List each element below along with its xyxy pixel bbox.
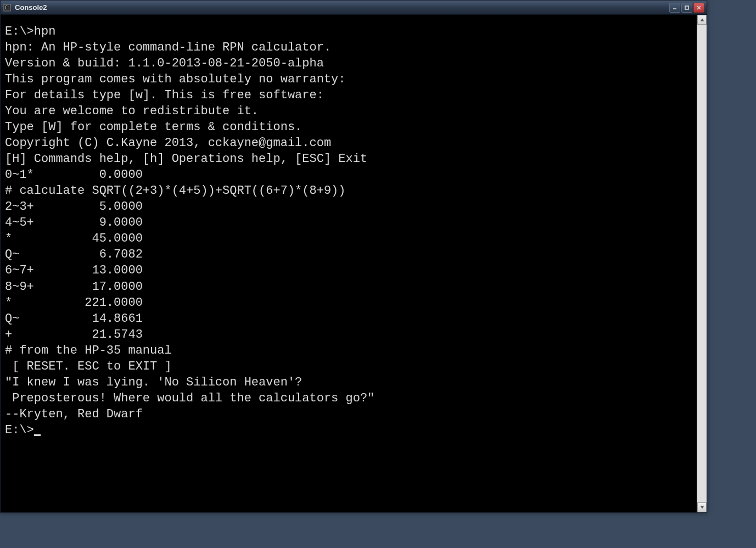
terminal-line: 4~5+ 9.0000 bbox=[5, 215, 692, 231]
svg-rect-3 bbox=[685, 6, 688, 9]
terminal-line: E:\> bbox=[5, 422, 692, 438]
terminal-line: This program comes with absolutely no wa… bbox=[5, 71, 692, 87]
cursor bbox=[34, 434, 41, 436]
terminal-content[interactable]: E:\>hpnhpn: An HP-style command-line RPN… bbox=[1, 15, 697, 512]
terminal-line: 2~3+ 5.0000 bbox=[5, 199, 692, 215]
terminal-line: * 45.0000 bbox=[5, 231, 692, 247]
terminal-line: "I knew I was lying. 'No Silicon Heaven'… bbox=[5, 374, 692, 390]
terminal-line: Copyright (C) C.Kayne 2013, cckayne@gmai… bbox=[5, 135, 692, 151]
terminal-line: Type [W] for complete terms & conditions… bbox=[5, 119, 692, 135]
terminal-line: E:\>hpn bbox=[5, 24, 692, 40]
terminal-line: [ RESET. ESC to EXIT ] bbox=[5, 359, 692, 374]
maximize-button[interactable] bbox=[681, 3, 692, 13]
terminal-line: 0~1* 0.0000 bbox=[5, 167, 692, 183]
terminal-line: # calculate SQRT((2+3)*(4+5))+SQRT((6+7)… bbox=[5, 183, 692, 199]
terminal-line: Q~ 14.8661 bbox=[5, 311, 692, 327]
terminal-line: --Kryten, Red Dwarf bbox=[5, 406, 692, 422]
terminal-line: [H] Commands help, [h] Operations help, … bbox=[5, 151, 692, 167]
terminal-line: For details type [w]. This is free softw… bbox=[5, 87, 692, 103]
terminal-line: Preposterous! Where would all the calcul… bbox=[5, 390, 692, 406]
scroll-track[interactable] bbox=[697, 25, 707, 502]
terminal-area: E:\>hpnhpn: An HP-style command-line RPN… bbox=[1, 15, 707, 512]
window-title: Console2 bbox=[15, 3, 669, 12]
scroll-up-button[interactable] bbox=[697, 15, 707, 25]
console-window: C: Console2 E:\>hpnhpn: An HP-style comm… bbox=[0, 0, 707, 513]
terminal-line: + 21.5743 bbox=[5, 327, 692, 343]
terminal-line: Q~ 6.7082 bbox=[5, 247, 692, 262]
terminal-line: hpn: An HP-style command-line RPN calcul… bbox=[5, 40, 692, 55]
scroll-down-button[interactable] bbox=[697, 502, 707, 512]
app-icon: C: bbox=[3, 3, 12, 12]
svg-marker-6 bbox=[700, 19, 703, 21]
terminal-line: * 221.0000 bbox=[5, 295, 692, 311]
vertical-scrollbar[interactable] bbox=[697, 15, 707, 512]
terminal-line: Version & build: 1.1.0-2013-08-21-2050-a… bbox=[5, 55, 692, 71]
svg-text:C:: C: bbox=[5, 5, 10, 10]
svg-marker-7 bbox=[700, 506, 703, 509]
close-button[interactable] bbox=[693, 3, 704, 13]
terminal-line: # from the HP-35 manual bbox=[5, 343, 692, 359]
titlebar[interactable]: C: Console2 bbox=[1, 1, 707, 15]
window-controls bbox=[669, 3, 704, 13]
minimize-button[interactable] bbox=[669, 3, 680, 13]
terminal-line: 8~9+ 17.0000 bbox=[5, 279, 692, 295]
terminal-line: 6~7+ 13.0000 bbox=[5, 262, 692, 278]
terminal-line: You are welcome to redistribute it. bbox=[5, 103, 692, 119]
